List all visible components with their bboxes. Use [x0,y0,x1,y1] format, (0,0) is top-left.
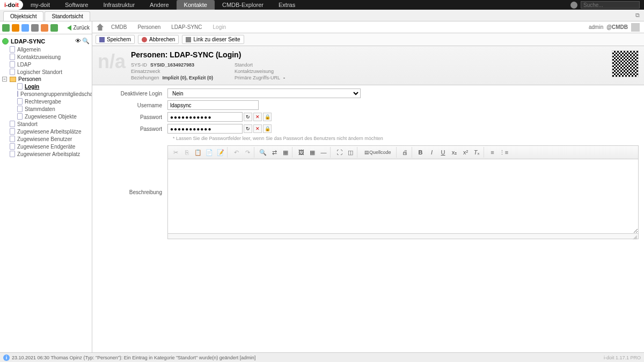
ed-blocks-icon[interactable]: ◫ [345,147,356,158]
ed-sup-icon[interactable]: x² [460,147,471,158]
subtabs: Objektsicht Standortsicht ⧉ [0,10,644,21]
ed-table-icon[interactable]: ▦ [307,147,318,158]
tab-objektsicht[interactable]: Objektsicht [3,11,43,21]
save-button[interactable]: Speichern [96,35,135,44]
editor-body[interactable] [167,159,639,234]
ed-paste-icon[interactable]: 📋 [193,147,203,158]
ed-bold-icon[interactable]: B [415,147,426,158]
ed-ul-icon[interactable]: ⋮≡ [499,147,509,158]
tree-login[interactable]: Login [2,83,90,90]
tool-book-icon[interactable] [31,24,39,32]
ed-undo-icon[interactable]: ↶ [231,147,241,158]
username-input[interactable] [167,100,259,110]
footer-msg: 23.10.2021 06:30 Thomas Opinz (Typ: "Per… [12,355,255,360]
ed-sub-icon[interactable]: x₂ [449,147,460,158]
tree-kontaktzuweisung[interactable]: Kontaktzuweisung [2,53,90,61]
crumb-ldapsync[interactable]: LDAP-SYNC [168,24,205,30]
ed-paste-text-icon[interactable]: 📄 [204,147,215,158]
eye-icon[interactable]: 👁 [75,38,81,45]
editor-resize-handle[interactable]: ◢ [167,234,639,239]
save-icon [99,37,105,42]
tree-arbeitsplatz[interactable]: Zugewiesener Arbeitsplatz [2,150,90,158]
search-input[interactable] [581,1,640,9]
ed-maximize-icon[interactable]: ⛶ [334,147,345,158]
password1-input[interactable] [167,112,243,122]
search-icon[interactable]: 🔍 [82,38,90,45]
tree-rechtevergabe[interactable]: Rechtevergabe [2,98,90,105]
tree-allgemein[interactable]: Allgemein [2,46,90,53]
ed-redo-icon[interactable]: ↷ [242,147,253,158]
pw1-clear-icon[interactable]: ✕ [253,113,262,121]
tree-standort[interactable]: Standort [2,120,90,128]
form: Deaktiviere Login Nein Username Passwort… [92,85,644,245]
nav-software[interactable]: Software [57,0,96,10]
tool-collapse-icon[interactable] [12,24,19,32]
na-placeholder: n/a [98,50,125,80]
ed-print-icon[interactable]: 🖨 [400,147,411,158]
nav-cmdb-explorer[interactable]: CMDB-Explorer [215,0,271,10]
back-button[interactable]: Zurück [67,25,90,31]
user-name: admin [589,24,603,30]
pw1-refresh-icon[interactable]: ↻ [244,113,252,121]
pw2-refresh-icon[interactable]: ↻ [244,124,252,133]
help-icon[interactable] [570,2,577,9]
tree-arbeitsplaetze[interactable]: Zugewiesene Arbeitsplätze [2,128,90,135]
ed-cut-icon[interactable]: ✂ [170,147,181,158]
avatar[interactable] [631,23,640,32]
ed-paste-word-icon[interactable]: 📝 [215,147,226,158]
footer: i 23.10.2021 06:30 Thomas Opinz (Typ: "P… [0,352,644,362]
nav-extras[interactable]: Extras [271,0,303,10]
nav-kontakte[interactable]: Kontakte [177,0,215,10]
crumb-login: Login [210,24,229,30]
pw2-clear-icon[interactable]: ✕ [253,124,262,133]
ed-selectall-icon[interactable]: ▦ [280,147,291,158]
ed-underline-icon[interactable]: U [438,147,449,158]
tool-lock-icon[interactable] [41,24,48,32]
tab-external-icon[interactable]: ⧉ [631,12,644,19]
tree-endgeraete[interactable]: Zugewiesene Endgeräte [2,143,90,150]
ed-removeformat-icon[interactable]: Tₓ [472,147,482,158]
qr-code[interactable] [612,50,639,77]
tree-root[interactable]: LDAP-SYNC 👁 🔍 [2,36,90,46]
sidebar: Zurück LDAP-SYNC 👁 🔍 Allgemein Kontaktzu… [0,21,92,352]
tree-zugewiesene-objekte[interactable]: Zugewiesene Objekte [2,113,90,120]
nav-mydoit[interactable]: my-doit [23,0,57,10]
tool-check-icon[interactable] [50,24,58,32]
user-domain: @CMDB [606,24,628,30]
logo[interactable]: i-doit [0,0,23,10]
ed-image-icon[interactable]: 🖼 [296,147,306,158]
ed-hr-icon[interactable]: — [318,147,329,158]
tree-benutzer[interactable]: Zugewiesene Benutzer [2,135,90,143]
tree-personen[interactable]: −Personen [2,76,90,83]
tool-refresh-icon[interactable] [21,24,29,32]
arrow-left-icon [67,25,71,31]
page-header: n/a Personen: LDAP-SYNC (Login) SYS-IDSY… [92,46,644,85]
link-button[interactable]: Link zu dieser Seite [182,35,244,44]
tool-expand-icon[interactable] [2,24,10,32]
tree-personengruppen[interactable]: Personengruppenmitgliedschaft [2,90,90,98]
ed-replace-icon[interactable]: ⇄ [269,147,280,158]
password2-input[interactable] [167,124,243,134]
crumb-personen[interactable]: Personen [134,24,164,30]
pw1-lock-icon[interactable]: 🔒 [263,113,272,121]
nav-infrastruktur[interactable]: Infrastruktur [96,0,142,10]
deactivate-select[interactable]: Nein [167,88,361,98]
page-title: Personen: LDAP-SYNC (Login) [131,50,639,59]
tree-ldap[interactable]: LDAP [2,61,90,68]
content: CMDB Personen LDAP-SYNC Login admin @CMD… [92,21,644,352]
ed-source-button[interactable]: ▤ Quellcode [361,147,395,158]
ed-italic-icon[interactable]: I [427,147,437,158]
tree-stammdaten[interactable]: Stammdaten [2,105,90,113]
tree-logischer-standort[interactable]: Logischer Standort [2,68,90,76]
ed-copy-icon[interactable]: ⎘ [181,147,192,158]
home-icon[interactable] [97,24,104,31]
ed-ol-icon[interactable]: ≡ [487,147,498,158]
action-bar: Speichern Abbrechen Link zu dieser Seite [92,33,644,46]
pw2-lock-icon[interactable]: 🔒 [263,124,272,133]
ed-find-icon[interactable]: 🔍 [258,147,268,158]
tab-standortsicht[interactable]: Standortsicht [45,11,90,21]
crumb-cmdb[interactable]: CMDB [108,24,130,30]
nav-andere[interactable]: Andere [142,0,176,10]
cancel-button[interactable]: Abbrechen [138,35,179,44]
top-nav: i-doit my-doit Software Infrastruktur An… [0,0,644,10]
